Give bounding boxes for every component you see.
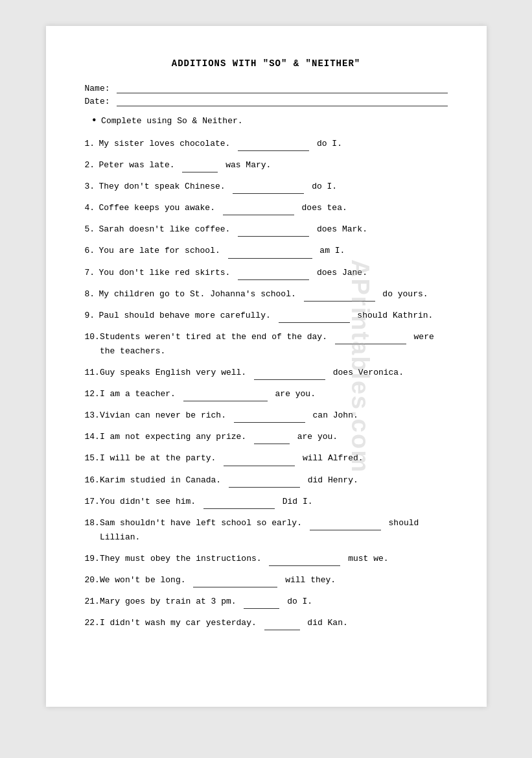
exercise-text: Peter was late. was Mary. — [99, 158, 448, 172]
exercise-number: 17. — [85, 495, 100, 509]
list-item: 12.I am a teacher. are you. — [85, 386, 448, 401]
exercise-text: You are late for school. am I. — [99, 243, 448, 258]
list-item: 3.They don't speak Chinese. do I. — [85, 179, 448, 194]
exercise-number: 21. — [85, 595, 100, 609]
fill-blank[interactable] — [269, 551, 340, 566]
fill-blank[interactable] — [229, 473, 300, 488]
exercise-number: 22. — [85, 616, 100, 630]
exercise-text: Sarah doesn't like coffee. does Mark. — [99, 222, 448, 237]
instructions-text: Complete using So & Neither. — [101, 116, 242, 126]
exercise-text: Sam shouldn't have left school so early.… — [100, 515, 448, 545]
fill-blank[interactable] — [234, 408, 305, 423]
exercise-text: Guy speaks English very well. does Veron… — [100, 365, 448, 380]
date-row: Date: — [85, 96, 448, 106]
instructions: • Complete using So & Neither. — [91, 115, 448, 126]
list-item: 20.We won't be long. will they. — [85, 573, 448, 587]
exercise-text: They don't speak Chinese. do I. — [99, 179, 448, 194]
exercise-number: 18. — [85, 516, 100, 530]
list-item: 1.My sister loves chocolate. do I. — [85, 136, 448, 151]
worksheet-page: APrintables.com ADDITIONS WITH "SO" & "N… — [46, 26, 487, 707]
exercise-number: 13. — [85, 409, 100, 423]
date-label: Date: — [85, 97, 114, 106]
name-underline[interactable] — [117, 83, 448, 93]
exercise-text: I didn't wash my car yesterday. did Kan. — [100, 615, 448, 630]
fill-blank[interactable] — [254, 429, 290, 444]
fill-blank[interactable] — [264, 615, 300, 630]
exercise-text: Coffee keeps you awake. does tea. — [99, 200, 448, 215]
list-item: 22.I didn't wash my car yesterday. did K… — [85, 615, 448, 630]
exercise-text: Karim studied in Canada. did Henry. — [100, 473, 448, 488]
exercise-text: We won't be long. will they. — [100, 573, 448, 587]
exercise-text: I will be at the party. will Alfred. — [100, 451, 448, 466]
fill-blank[interactable] — [182, 158, 218, 172]
fill-blank[interactable] — [335, 329, 406, 344]
list-item: 16.Karim studied in Canada. did Henry. — [85, 473, 448, 488]
exercise-number: 11. — [85, 366, 100, 380]
exercise-number: 3. — [85, 180, 99, 194]
list-item: 18.Sam shouldn't have left school so ear… — [85, 515, 448, 545]
exercise-text: I am a teacher. are you. — [100, 386, 448, 401]
list-item: 19.They must obey the instructions. must… — [85, 551, 448, 566]
bullet-icon: • — [91, 115, 98, 126]
exercise-number: 1. — [85, 137, 99, 151]
exercise-number: 15. — [85, 451, 100, 466]
exercise-text: Vivian can never be rich. can John. — [100, 408, 448, 423]
exercise-number: 8. — [85, 287, 99, 302]
fill-blank[interactable] — [233, 179, 304, 194]
fill-blank[interactable] — [238, 222, 309, 237]
list-item: 8.My children go to St. Johanna's school… — [85, 287, 448, 302]
fill-blank[interactable] — [304, 287, 375, 302]
list-item: 15.I will be at the party. will Alfred. — [85, 451, 448, 466]
fill-blank[interactable] — [203, 494, 275, 509]
fill-blank[interactable] — [310, 515, 381, 530]
fill-blank[interactable] — [223, 200, 294, 215]
exercise-text: My sister loves chocolate. do I. — [99, 136, 448, 151]
list-item: 10.Students weren't tired at the end of … — [85, 329, 448, 359]
exercise-text: You don't like red skirts. does Jane. — [99, 265, 448, 280]
name-row: Name: — [85, 83, 448, 93]
list-item: 21.Mary goes by train at 3 pm. do I. — [85, 594, 448, 609]
list-item: 7.You don't like red skirts. does Jane. — [85, 265, 448, 280]
exercise-number: 6. — [85, 244, 99, 258]
fill-blank[interactable] — [193, 573, 277, 587]
list-item: 6.You are late for school. am I. — [85, 243, 448, 258]
name-label: Name: — [85, 84, 114, 93]
fill-blank[interactable] — [224, 451, 295, 466]
fill-blank[interactable] — [228, 243, 312, 258]
exercises-list: 1.My sister loves chocolate. do I.2.Pete… — [85, 136, 448, 630]
exercise-text: Mary goes by train at 3 pm. do I. — [100, 594, 448, 609]
exercise-number: 12. — [85, 387, 100, 401]
exercise-number: 16. — [85, 473, 100, 488]
exercise-number: 19. — [85, 552, 100, 566]
list-item: 2.Peter was late. was Mary. — [85, 158, 448, 172]
date-underline[interactable] — [117, 96, 448, 106]
fill-blank[interactable] — [238, 265, 309, 280]
exercise-number: 2. — [85, 158, 99, 172]
exercise-text: I am not expecting any prize. are you. — [100, 429, 448, 444]
list-item: 13.Vivian can never be rich. can John. — [85, 408, 448, 423]
list-item: 9.Paul should behave more carefully. sho… — [85, 308, 448, 323]
list-item: 5.Sarah doesn't like coffee. does Mark. — [85, 222, 448, 237]
exercise-number: 7. — [85, 266, 99, 280]
exercise-text: My children go to St. Johanna's school. … — [99, 287, 448, 302]
exercise-text: They must obey the instructions. must we… — [100, 551, 448, 566]
exercise-number: 20. — [85, 573, 100, 587]
exercise-number: 9. — [85, 309, 99, 323]
exercise-number: 14. — [85, 430, 100, 444]
exercise-number: 10. — [85, 330, 100, 344]
fill-blank[interactable] — [244, 594, 279, 609]
fill-blank[interactable] — [183, 386, 268, 401]
fill-blank[interactable] — [238, 136, 309, 151]
exercise-text: Paul should behave more carefully. shoul… — [99, 308, 448, 323]
list-item: 4.Coffee keeps you awake. does tea. — [85, 200, 448, 215]
list-item: 17.You didn't see him. Did I. — [85, 494, 448, 509]
exercise-number: 5. — [85, 222, 99, 237]
fill-blank[interactable] — [279, 308, 350, 323]
list-item: 14.I am not expecting any prize. are you… — [85, 429, 448, 444]
fill-blank[interactable] — [254, 365, 325, 380]
page-title: ADDITIONS WITH "SO" & "NEITHER" — [85, 58, 448, 69]
exercise-text: You didn't see him. Did I. — [100, 494, 448, 509]
list-item: 11.Guy speaks English very well. does Ve… — [85, 365, 448, 380]
exercise-number: 4. — [85, 201, 99, 215]
exercise-text: Students weren't tired at the end of the… — [100, 329, 448, 359]
